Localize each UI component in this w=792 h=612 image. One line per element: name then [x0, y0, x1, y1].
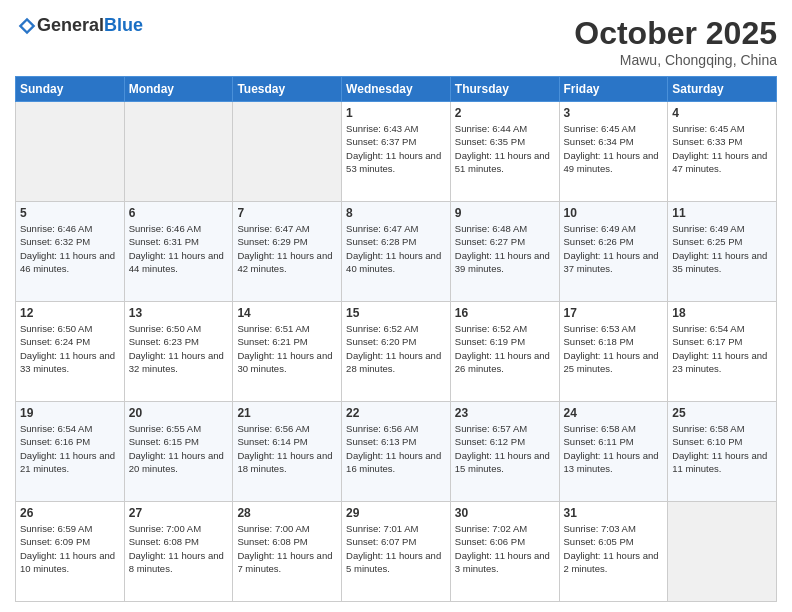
calendar-day: 6 Sunrise: 6:46 AMSunset: 6:31 PMDayligh…: [124, 202, 233, 302]
calendar-day: 27 Sunrise: 7:00 AMSunset: 6:08 PMDaylig…: [124, 502, 233, 602]
day-number: 25: [672, 406, 772, 420]
day-number: 21: [237, 406, 337, 420]
day-number: 18: [672, 306, 772, 320]
day-info: Sunrise: 6:52 AMSunset: 6:19 PMDaylight:…: [455, 322, 555, 375]
day-info: Sunrise: 7:00 AMSunset: 6:08 PMDaylight:…: [129, 522, 229, 575]
day-info: Sunrise: 7:00 AMSunset: 6:08 PMDaylight:…: [237, 522, 337, 575]
day-info: Sunrise: 6:48 AMSunset: 6:27 PMDaylight:…: [455, 222, 555, 275]
day-number: 30: [455, 506, 555, 520]
day-info: Sunrise: 6:43 AMSunset: 6:37 PMDaylight:…: [346, 122, 446, 175]
calendar-day: 24 Sunrise: 6:58 AMSunset: 6:11 PMDaylig…: [559, 402, 668, 502]
day-number: 2: [455, 106, 555, 120]
day-number: 19: [20, 406, 120, 420]
day-number: 1: [346, 106, 446, 120]
calendar-day: 25 Sunrise: 6:58 AMSunset: 6:10 PMDaylig…: [668, 402, 777, 502]
calendar-day: [668, 502, 777, 602]
day-info: Sunrise: 6:59 AMSunset: 6:09 PMDaylight:…: [20, 522, 120, 575]
weekday-header-tuesday: Tuesday: [233, 77, 342, 102]
day-info: Sunrise: 6:46 AMSunset: 6:32 PMDaylight:…: [20, 222, 120, 275]
calendar-week-4: 19 Sunrise: 6:54 AMSunset: 6:16 PMDaylig…: [16, 402, 777, 502]
calendar-day: 29 Sunrise: 7:01 AMSunset: 6:07 PMDaylig…: [342, 502, 451, 602]
calendar-week-5: 26 Sunrise: 6:59 AMSunset: 6:09 PMDaylig…: [16, 502, 777, 602]
calendar-day: 21 Sunrise: 6:56 AMSunset: 6:14 PMDaylig…: [233, 402, 342, 502]
calendar-day: 23 Sunrise: 6:57 AMSunset: 6:12 PMDaylig…: [450, 402, 559, 502]
day-number: 14: [237, 306, 337, 320]
day-info: Sunrise: 6:52 AMSunset: 6:20 PMDaylight:…: [346, 322, 446, 375]
logo-text: GeneralBlue: [37, 15, 143, 36]
calendar-day: 10 Sunrise: 6:49 AMSunset: 6:26 PMDaylig…: [559, 202, 668, 302]
day-number: 6: [129, 206, 229, 220]
logo-icon: [17, 16, 37, 36]
weekday-header-saturday: Saturday: [668, 77, 777, 102]
calendar-day: 8 Sunrise: 6:47 AMSunset: 6:28 PMDayligh…: [342, 202, 451, 302]
logo-general: General: [37, 15, 104, 35]
location: Mawu, Chongqing, China: [574, 52, 777, 68]
page: GeneralBlue October 2025 Mawu, Chongqing…: [0, 0, 792, 612]
calendar-day: 22 Sunrise: 6:56 AMSunset: 6:13 PMDaylig…: [342, 402, 451, 502]
day-number: 8: [346, 206, 446, 220]
calendar-day: 7 Sunrise: 6:47 AMSunset: 6:29 PMDayligh…: [233, 202, 342, 302]
day-number: 7: [237, 206, 337, 220]
day-number: 10: [564, 206, 664, 220]
calendar-day: 4 Sunrise: 6:45 AMSunset: 6:33 PMDayligh…: [668, 102, 777, 202]
day-number: 20: [129, 406, 229, 420]
day-info: Sunrise: 6:45 AMSunset: 6:34 PMDaylight:…: [564, 122, 664, 175]
calendar-day: 16 Sunrise: 6:52 AMSunset: 6:19 PMDaylig…: [450, 302, 559, 402]
calendar-day: 30 Sunrise: 7:02 AMSunset: 6:06 PMDaylig…: [450, 502, 559, 602]
logo-blue: Blue: [104, 15, 143, 35]
day-number: 5: [20, 206, 120, 220]
calendar-day: 2 Sunrise: 6:44 AMSunset: 6:35 PMDayligh…: [450, 102, 559, 202]
calendar-day: 11 Sunrise: 6:49 AMSunset: 6:25 PMDaylig…: [668, 202, 777, 302]
calendar-day: 20 Sunrise: 6:55 AMSunset: 6:15 PMDaylig…: [124, 402, 233, 502]
day-info: Sunrise: 6:58 AMSunset: 6:11 PMDaylight:…: [564, 422, 664, 475]
day-number: 3: [564, 106, 664, 120]
weekday-header-thursday: Thursday: [450, 77, 559, 102]
calendar-day: 19 Sunrise: 6:54 AMSunset: 6:16 PMDaylig…: [16, 402, 125, 502]
calendar-day: 9 Sunrise: 6:48 AMSunset: 6:27 PMDayligh…: [450, 202, 559, 302]
day-number: 4: [672, 106, 772, 120]
calendar-day: 3 Sunrise: 6:45 AMSunset: 6:34 PMDayligh…: [559, 102, 668, 202]
day-number: 12: [20, 306, 120, 320]
day-info: Sunrise: 6:58 AMSunset: 6:10 PMDaylight:…: [672, 422, 772, 475]
calendar: SundayMondayTuesdayWednesdayThursdayFrid…: [15, 76, 777, 602]
month-title: October 2025: [574, 15, 777, 52]
weekday-header-sunday: Sunday: [16, 77, 125, 102]
day-info: Sunrise: 6:56 AMSunset: 6:14 PMDaylight:…: [237, 422, 337, 475]
calendar-day: 5 Sunrise: 6:46 AMSunset: 6:32 PMDayligh…: [16, 202, 125, 302]
day-number: 22: [346, 406, 446, 420]
day-info: Sunrise: 6:47 AMSunset: 6:29 PMDaylight:…: [237, 222, 337, 275]
day-number: 28: [237, 506, 337, 520]
calendar-day: [16, 102, 125, 202]
calendar-day: 31 Sunrise: 7:03 AMSunset: 6:05 PMDaylig…: [559, 502, 668, 602]
day-number: 31: [564, 506, 664, 520]
day-number: 29: [346, 506, 446, 520]
day-number: 23: [455, 406, 555, 420]
day-info: Sunrise: 6:50 AMSunset: 6:23 PMDaylight:…: [129, 322, 229, 375]
day-info: Sunrise: 6:55 AMSunset: 6:15 PMDaylight:…: [129, 422, 229, 475]
day-number: 27: [129, 506, 229, 520]
day-info: Sunrise: 6:46 AMSunset: 6:31 PMDaylight:…: [129, 222, 229, 275]
day-info: Sunrise: 6:49 AMSunset: 6:25 PMDaylight:…: [672, 222, 772, 275]
weekday-header-monday: Monday: [124, 77, 233, 102]
day-info: Sunrise: 6:54 AMSunset: 6:16 PMDaylight:…: [20, 422, 120, 475]
day-info: Sunrise: 6:53 AMSunset: 6:18 PMDaylight:…: [564, 322, 664, 375]
day-info: Sunrise: 6:57 AMSunset: 6:12 PMDaylight:…: [455, 422, 555, 475]
day-number: 11: [672, 206, 772, 220]
day-info: Sunrise: 6:49 AMSunset: 6:26 PMDaylight:…: [564, 222, 664, 275]
day-number: 16: [455, 306, 555, 320]
calendar-day: [233, 102, 342, 202]
day-number: 17: [564, 306, 664, 320]
day-info: Sunrise: 6:56 AMSunset: 6:13 PMDaylight:…: [346, 422, 446, 475]
day-number: 13: [129, 306, 229, 320]
calendar-day: 26 Sunrise: 6:59 AMSunset: 6:09 PMDaylig…: [16, 502, 125, 602]
weekday-header-wednesday: Wednesday: [342, 77, 451, 102]
calendar-day: 14 Sunrise: 6:51 AMSunset: 6:21 PMDaylig…: [233, 302, 342, 402]
calendar-day: 15 Sunrise: 6:52 AMSunset: 6:20 PMDaylig…: [342, 302, 451, 402]
header: GeneralBlue October 2025 Mawu, Chongqing…: [15, 15, 777, 68]
logo: GeneralBlue: [15, 15, 143, 36]
calendar-day: 13 Sunrise: 6:50 AMSunset: 6:23 PMDaylig…: [124, 302, 233, 402]
day-info: Sunrise: 6:51 AMSunset: 6:21 PMDaylight:…: [237, 322, 337, 375]
day-info: Sunrise: 6:54 AMSunset: 6:17 PMDaylight:…: [672, 322, 772, 375]
calendar-week-2: 5 Sunrise: 6:46 AMSunset: 6:32 PMDayligh…: [16, 202, 777, 302]
day-info: Sunrise: 7:01 AMSunset: 6:07 PMDaylight:…: [346, 522, 446, 575]
